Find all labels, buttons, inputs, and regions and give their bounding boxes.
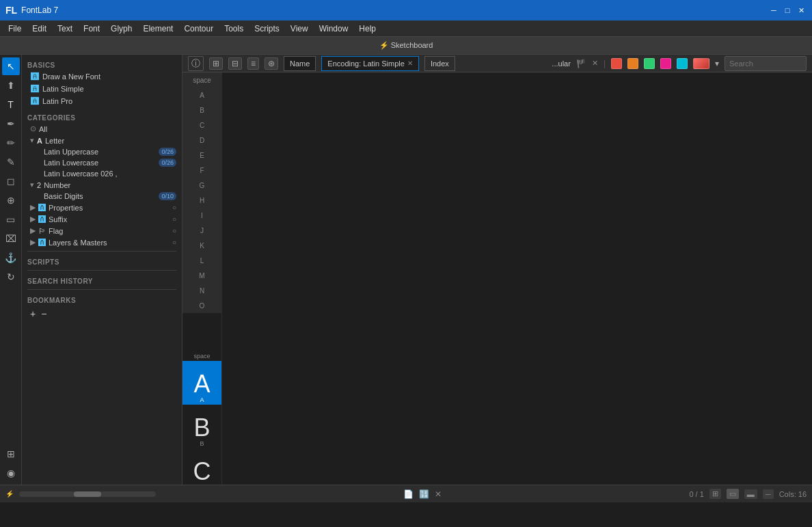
tab-encoding[interactable]: Encoding: Latin Simple ✕ [321, 56, 419, 71]
col-header-G: G [182, 178, 222, 193]
divider-3 [27, 289, 176, 290]
menu-file[interactable]: File [3, 23, 27, 35]
glyph-window-tool[interactable]: ⊞ [2, 445, 20, 463]
draw-tool[interactable]: ✏ [2, 134, 20, 152]
color-swatch-orange[interactable] [627, 58, 638, 69]
letter-icon: A [37, 137, 42, 145]
view-toggle-1[interactable]: ⊞ [709, 489, 721, 499]
page-icon: 📄 [403, 489, 414, 499]
info-icon[interactable]: ⓘ [188, 56, 204, 71]
maximize-button[interactable]: □ [782, 5, 793, 16]
tab-name-label: Name [290, 59, 310, 68]
col-header-E: E [182, 148, 222, 163]
menu-tools[interactable]: Tools [219, 23, 249, 35]
menu-font[interactable]: Font [78, 23, 105, 35]
sidebar-item-latin-pro[interactable]: 🅰 Latin Pro [22, 95, 182, 107]
sidebar-item-properties[interactable]: ▶ 🅰 Properties ○ [22, 202, 182, 213]
zoom-tool[interactable]: ⊕ [2, 191, 20, 209]
view-toggle-2[interactable]: ▭ [727, 489, 739, 499]
pointer-tool[interactable]: ⬆ [2, 77, 20, 94]
eraser-tool[interactable]: ◻ [2, 172, 20, 190]
menu-glyph[interactable]: Glyph [105, 23, 137, 35]
sidebar-item-basic-digits[interactable]: Basic Digits 0/10 [22, 191, 182, 202]
menu-help[interactable]: Help [353, 23, 381, 35]
compact-view-button[interactable]: ≡ [247, 57, 259, 70]
menu-edit[interactable]: Edit [27, 23, 52, 35]
text-tool[interactable]: T [2, 96, 20, 113]
view-toggle-3[interactable]: ▬ [744, 489, 757, 499]
bookmarks-label: BOOKMARKS [22, 294, 182, 306]
color-swatch-red[interactable] [611, 58, 622, 69]
latin-lowercase-026-label: Latin Lowercase 026 , [44, 170, 118, 178]
encoding-icon[interactable]: ⊛ [265, 57, 278, 70]
sidebar-item-latin-lowercase[interactable]: Latin Lowercase 0/26 [22, 157, 182, 168]
sidebar-item-latin-uppercase[interactable]: Latin Uppercase 0/26 [22, 146, 182, 157]
search-input[interactable] [725, 56, 807, 71]
color-swatch-cyan[interactable] [677, 58, 688, 69]
latin-uppercase-badge: 0/26 [159, 148, 176, 156]
sidebar-item-suffix[interactable]: ▶ 🅰 Suffix ○ [22, 213, 182, 225]
color-swatch-pink[interactable] [660, 58, 671, 69]
encoding-close-icon[interactable]: ✕ [407, 59, 413, 67]
menubar: File Edit Text Font Glyph Element Contou… [0, 21, 812, 37]
color-swatch-gradient[interactable] [693, 58, 709, 69]
grid-view-button[interactable]: ⊟ [228, 57, 242, 70]
sidebar-item-number[interactable]: ▾ 2 Number [22, 179, 182, 191]
content-area: ⓘ ⊞ ⊟ ≡ ⊛ Name Encoding: Latin Simple ✕ … [182, 55, 812, 485]
sidebar-item-latin-simple[interactable]: 🅰 Latin Simple [22, 83, 182, 95]
list-view-button[interactable]: ⊞ [209, 57, 223, 70]
sidebar-item-all[interactable]: ⊙ All [22, 123, 182, 135]
latin-lowercase-label: Latin Lowercase [44, 159, 98, 167]
transform-tool[interactable]: ↻ [2, 268, 20, 286]
view-toggle-4[interactable]: ─ [763, 489, 774, 499]
add-bookmark-button[interactable]: + [30, 308, 36, 319]
preview-tool[interactable]: ◉ [2, 464, 20, 482]
encoding-label: Encoding: Latin Simple [327, 59, 405, 68]
sidebar-item-layers-masters[interactable]: ▶ 🅰 Layers & Masters ○ [22, 237, 182, 248]
color-swatch-green[interactable] [644, 58, 655, 69]
tab-name[interactable]: Name [284, 56, 316, 71]
col-header-L: L [182, 253, 222, 268]
latin-pro-icon: 🅰 [30, 96, 40, 106]
statusbar-scrollbar[interactable] [19, 491, 156, 497]
sidebar-item-letter[interactable]: ▾ A Letter [22, 135, 182, 146]
select-tool[interactable]: ↖ [2, 57, 20, 75]
minimize-button[interactable]: ─ [768, 5, 779, 16]
latin-lowercase-badge: 0/26 [159, 159, 176, 167]
glyph-A[interactable]: AA [182, 361, 222, 405]
menu-text[interactable]: Text [52, 23, 78, 35]
grid-header-row: space A B C D E F G H I J K L M N O [182, 72, 812, 313]
col-header-C: C [182, 118, 222, 133]
sidebar-item-new-font[interactable]: 🅰 Draw a New Font [22, 70, 182, 83]
pencil-tool[interactable]: ✎ [2, 153, 20, 171]
glyph-table: space A B C D E F G H I J K L M N O [182, 72, 812, 485]
basic-digits-badge: 0/10 [159, 192, 176, 200]
glyph-nav-icon: 🔢 [419, 489, 429, 499]
close-button[interactable]: ✕ [796, 5, 807, 16]
pen-tool[interactable]: ✒ [2, 115, 20, 133]
scripts-section-label: SCRIPTS [22, 256, 182, 267]
anchor-tool[interactable]: ⚓ [2, 249, 20, 267]
search-history-label: SEARCH HISTORY [22, 275, 182, 286]
menu-element[interactable]: Element [137, 23, 178, 35]
sidebar-item-latin-lowercase-026[interactable]: Latin Lowercase 026 , [22, 168, 182, 179]
col-header-A: A [182, 87, 222, 103]
flag-status-icon[interactable]: 🏴 [576, 59, 586, 68]
knife-tool[interactable]: ⌧ [2, 230, 20, 247]
sidebar-footer: + − [22, 306, 182, 322]
glyph-B[interactable]: BB [182, 405, 222, 448]
menu-contour[interactable]: Contour [178, 23, 219, 35]
col-header-I: I [182, 208, 222, 223]
all-label: All [39, 125, 47, 133]
glyph-C[interactable]: CC [182, 448, 222, 485]
menu-view[interactable]: View [285, 23, 314, 35]
clear-flag-icon[interactable]: ✕ [592, 59, 598, 68]
menu-scripts[interactable]: Scripts [249, 23, 285, 35]
shapes-tool[interactable]: ▭ [2, 211, 20, 228]
glyph-space[interactable]: space [182, 313, 222, 361]
tab-index[interactable]: Index [424, 56, 455, 71]
sidebar-item-flag[interactable]: ▶ 🏳 Flag ○ [22, 225, 182, 237]
remove-bookmark-button[interactable]: − [41, 308, 46, 319]
menu-window[interactable]: Window [314, 23, 354, 35]
color-chevron-icon[interactable]: ▾ [715, 59, 719, 68]
